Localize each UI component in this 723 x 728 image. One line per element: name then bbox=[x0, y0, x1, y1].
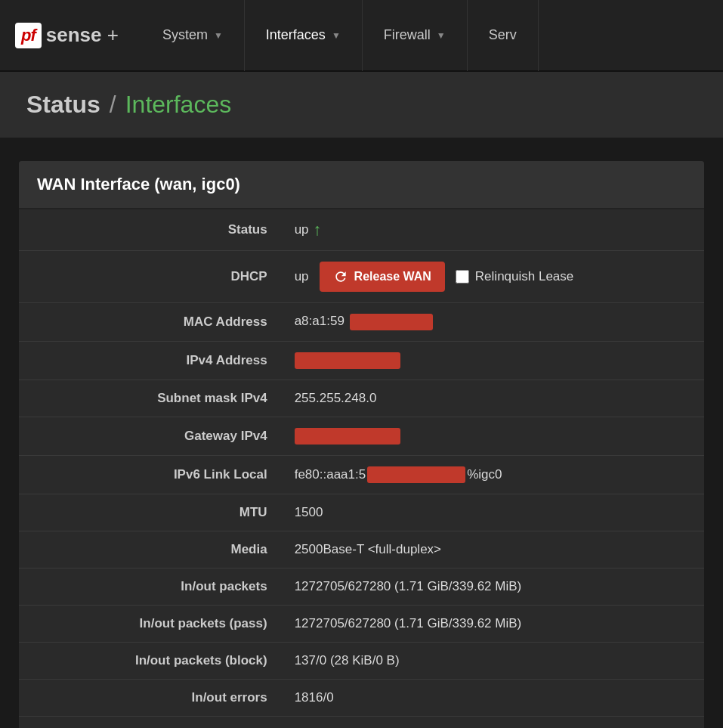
ipv6-suffix: %igc0 bbox=[467, 467, 502, 482]
value-collisions: 0 bbox=[280, 717, 704, 729]
nav-interfaces-arrow-icon: ▼ bbox=[332, 30, 341, 41]
table-row: MAC Address a8:a1:59 bbox=[19, 303, 704, 342]
table-row: In/out packets (block) 137/0 (28 KiB/0 B… bbox=[19, 643, 704, 680]
value-packets-pass: 1272705/627280 (1.71 GiB/339.62 MiB) bbox=[280, 606, 704, 643]
panel-header: WAN Interface (wan, igc0) bbox=[19, 161, 704, 209]
nav-firewall[interactable]: Firewall ▼ bbox=[363, 0, 468, 71]
label-mac: MAC Address bbox=[19, 303, 280, 342]
table-row: Status up ↑ bbox=[19, 209, 704, 251]
nav-services-label: Serv bbox=[489, 27, 517, 43]
value-subnet: 255.255.248.0 bbox=[280, 380, 704, 417]
dhcp-row: up Release WAN Relinquish Lease bbox=[295, 262, 689, 292]
table-row: Media 2500Base-T <full-duplex> bbox=[19, 531, 704, 568]
label-ipv4: IPv4 Address bbox=[19, 342, 280, 380]
label-packets-block: In/out packets (block) bbox=[19, 643, 280, 680]
wan-panel: WAN Interface (wan, igc0) Status up ↑ bbox=[19, 161, 704, 728]
brand-logo: pf sense + bbox=[15, 23, 119, 48]
ipv6-redacted bbox=[367, 466, 465, 483]
label-subnet: Subnet mask IPv4 bbox=[19, 380, 280, 417]
label-mtu: MTU bbox=[19, 494, 280, 531]
relinquish-group: Relinquish Lease bbox=[456, 269, 573, 284]
label-media: Media bbox=[19, 531, 280, 568]
panel-title: WAN Interface (wan, igc0) bbox=[37, 175, 240, 194]
table-row: MTU 1500 bbox=[19, 494, 704, 531]
relinquish-label: Relinquish Lease bbox=[475, 269, 573, 284]
nav-firewall-arrow-icon: ▼ bbox=[437, 30, 446, 41]
label-packets: In/out packets bbox=[19, 568, 280, 606]
ipv6-value: fe80::aaa1:5 %igc0 bbox=[295, 466, 502, 483]
breadcrumb-interfaces: Interfaces bbox=[125, 91, 232, 119]
breadcrumb-bar: Status / Interfaces bbox=[0, 72, 723, 138]
breadcrumb-status: Status bbox=[26, 91, 100, 119]
value-packets-block: 137/0 (28 KiB/0 B) bbox=[280, 643, 704, 680]
label-gateway: Gateway IPv4 bbox=[19, 417, 280, 456]
release-wan-button[interactable]: Release WAN bbox=[320, 262, 445, 292]
table-row: IPv4 Address bbox=[19, 342, 704, 380]
main-content: WAN Interface (wan, igc0) Status up ↑ bbox=[0, 138, 723, 728]
value-errors: 1816/0 bbox=[280, 680, 704, 717]
table-row: In/out errors 1816/0 bbox=[19, 680, 704, 717]
dhcp-status-text: up bbox=[295, 269, 309, 284]
ipv6-prefix: fe80::aaa1:5 bbox=[295, 467, 366, 482]
breadcrumb-separator: / bbox=[110, 91, 116, 119]
panel-body: Status up ↑ DHCP up bbox=[19, 209, 704, 728]
mac-redacted bbox=[350, 314, 433, 330]
release-wan-label: Release WAN bbox=[354, 270, 431, 283]
nav-system-label: System bbox=[162, 27, 208, 43]
label-collisions: Collisions bbox=[19, 717, 280, 729]
status-up-indicator: up ↑ bbox=[295, 220, 322, 240]
nav-services[interactable]: Serv bbox=[468, 0, 539, 71]
value-mtu: 1500 bbox=[280, 494, 704, 531]
status-up-text: up bbox=[295, 222, 309, 237]
table-row: DHCP up Release WAN bbox=[19, 251, 704, 303]
gateway-redacted bbox=[295, 428, 400, 445]
label-packets-pass: In/out packets (pass) bbox=[19, 606, 280, 643]
pfsense-plus-label: sense + bbox=[46, 23, 119, 47]
table-row: IPv6 Link Local fe80::aaa1:5 %igc0 bbox=[19, 456, 704, 494]
table-row: Collisions 0 bbox=[19, 717, 704, 729]
value-status: up ↑ bbox=[280, 209, 704, 251]
table-row: Gateway IPv4 bbox=[19, 417, 704, 456]
nav-interfaces-label: Interfaces bbox=[266, 27, 326, 43]
value-packets: 1272705/627280 (1.71 GiB/339.62 MiB) bbox=[280, 568, 704, 606]
arrow-up-icon: ↑ bbox=[314, 220, 322, 240]
label-status: Status bbox=[19, 209, 280, 251]
value-mac: a8:a1:59 bbox=[280, 303, 704, 342]
ipv4-redacted bbox=[295, 352, 400, 369]
relinquish-checkbox[interactable] bbox=[456, 270, 469, 283]
table-row: In/out packets 1272705/627280 (1.71 GiB/… bbox=[19, 568, 704, 606]
refresh-icon bbox=[333, 269, 348, 284]
value-dhcp: up Release WAN Relinquish Lease bbox=[280, 251, 704, 303]
interface-table: Status up ↑ DHCP up bbox=[19, 209, 704, 728]
pfsense-logo-icon: pf bbox=[15, 23, 42, 48]
nav-system-arrow-icon: ▼ bbox=[214, 30, 223, 41]
table-row: In/out packets (pass) 1272705/627280 (1.… bbox=[19, 606, 704, 643]
value-gateway bbox=[280, 417, 704, 456]
nav-system[interactable]: System ▼ bbox=[141, 0, 245, 71]
value-ipv6: fe80::aaa1:5 %igc0 bbox=[280, 456, 704, 494]
label-ipv6: IPv6 Link Local bbox=[19, 456, 280, 494]
nav-interfaces[interactable]: Interfaces ▼ bbox=[245, 0, 363, 71]
label-dhcp: DHCP bbox=[19, 251, 280, 303]
navbar: pf sense + System ▼ Interfaces ▼ Firewal… bbox=[0, 0, 723, 72]
breadcrumb: Status / Interfaces bbox=[26, 91, 697, 119]
label-errors: In/out errors bbox=[19, 680, 280, 717]
nav-firewall-label: Firewall bbox=[384, 27, 431, 43]
value-ipv4 bbox=[280, 342, 704, 380]
table-row: Subnet mask IPv4 255.255.248.0 bbox=[19, 380, 704, 417]
value-media: 2500Base-T <full-duplex> bbox=[280, 531, 704, 568]
mac-prefix: a8:a1:59 bbox=[295, 314, 345, 328]
